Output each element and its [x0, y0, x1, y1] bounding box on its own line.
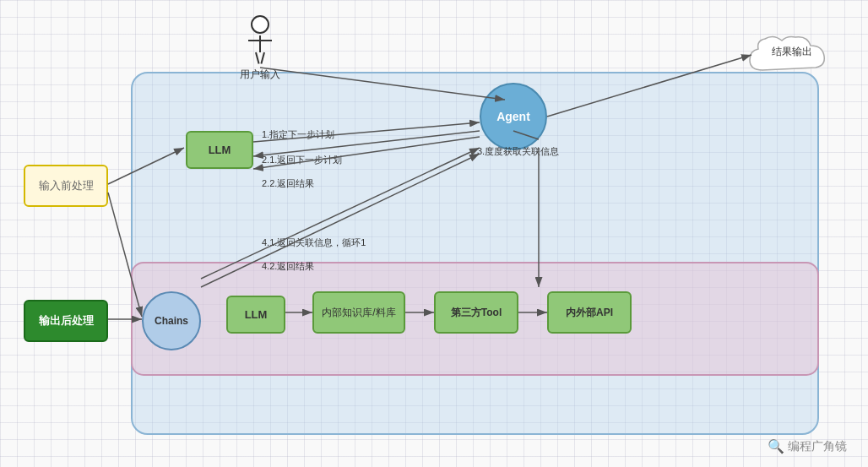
- arrow-label-step4-1: 4.1.返回关联信息，循环1: [262, 236, 366, 249]
- arrow-label-step3: 3.度度获取关联信息: [477, 145, 559, 158]
- person-label: 用户输入: [235, 68, 285, 82]
- arrow-label-step1: 1.指定下一步计划: [262, 128, 334, 141]
- api-box: 内外部API: [547, 291, 632, 334]
- input-pre-box: 输入前处理: [24, 165, 108, 207]
- llm-chains-box: LLM: [226, 296, 285, 334]
- watermark-icon: 🔍: [768, 438, 784, 454]
- arrow-label-step4-2: 4.2.返回结果: [262, 260, 314, 273]
- llm-top-box: LLM: [186, 131, 253, 169]
- diagram-canvas: 用户输入 结果输出 输入前处理 输出后处理 LLM Agent Chains L…: [0, 0, 868, 467]
- tool-box: 第三方Tool: [434, 291, 518, 334]
- knowledge-box: 内部知识库/料库: [312, 291, 405, 334]
- person-head: [251, 15, 269, 34]
- person-legs: [235, 52, 285, 64]
- person-arms: [248, 40, 272, 41]
- person-leg-right: [260, 52, 265, 64]
- arrow-label-step2-1: 2.1.返回下一步计划: [262, 154, 342, 166]
- outer-container: [131, 72, 819, 435]
- person-body: [235, 35, 285, 52]
- watermark-text: 编程广角镜: [788, 439, 847, 454]
- chains-circle: Chains: [142, 291, 201, 350]
- cloud-result: 结果输出: [741, 32, 843, 79]
- agent-circle: Agent: [480, 83, 547, 150]
- arrow-label-step2-2: 2.2.返回结果: [262, 177, 314, 190]
- watermark: 🔍 编程广角镜: [768, 438, 847, 454]
- cloud-label: 结果输出: [772, 45, 812, 59]
- person-leg-left: [255, 52, 260, 64]
- output-post-box: 输出后处理: [24, 300, 108, 342]
- user-person-icon: 用户输入: [235, 15, 285, 82]
